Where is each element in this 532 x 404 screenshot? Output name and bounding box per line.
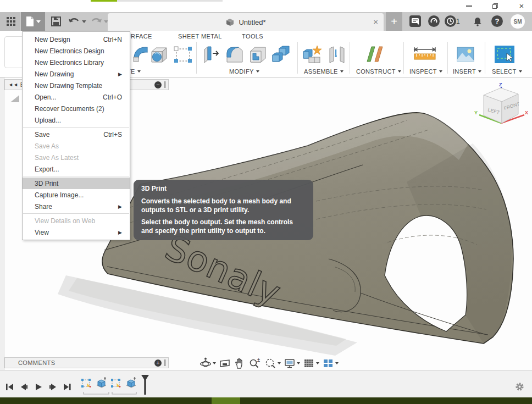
menu-item-new-drawing-template[interactable]: New Drawing Template	[23, 80, 130, 91]
undo-button[interactable]	[67, 12, 88, 31]
gauge-icon	[430, 18, 437, 25]
chevron-down-icon	[316, 362, 319, 364]
look-at-button[interactable]	[218, 357, 231, 370]
feedback-button[interactable]	[409, 15, 421, 27]
chevron-down-icon	[82, 20, 86, 23]
pan-button[interactable]	[233, 357, 246, 370]
menu-item-new-drawing[interactable]: New Drawing▶	[23, 68, 130, 80]
viewports-button[interactable]	[322, 357, 339, 370]
menu-item-save-as: Save As	[23, 140, 130, 152]
menu-item-new-design[interactable]: New DesignCtrl+N	[23, 34, 130, 45]
add-comment-icon[interactable]: +	[154, 359, 162, 367]
timeline-go-to-start-button[interactable]	[5, 383, 14, 391]
menu-item-new-electronics-library[interactable]: New Electronics Library	[23, 57, 130, 68]
menu-item-export[interactable]: Export...	[23, 163, 130, 175]
job-count-badge: 1	[456, 18, 460, 25]
timeline-marker[interactable]	[141, 375, 149, 396]
close-button[interactable]: ×	[512, 0, 531, 12]
job-status-button[interactable]	[445, 15, 456, 27]
measure-icon[interactable]	[412, 44, 437, 65]
chevron-down-icon	[36, 20, 41, 23]
grid-snap-button[interactable]	[302, 357, 320, 370]
group-modify[interactable]: MODIFY	[229, 68, 259, 75]
minimize-button[interactable]	[459, 0, 478, 12]
help-button[interactable]: ?	[491, 15, 503, 27]
menu-item-upload[interactable]: Upload...	[23, 114, 130, 126]
group-insert[interactable]: INSERT	[453, 68, 481, 75]
avatar-initials: SM	[514, 19, 522, 25]
tab-tools[interactable]: TOOLS	[242, 33, 263, 40]
application-bar: Untitled* × + 1 ? SM	[0, 12, 532, 31]
new-tab-button[interactable]: +	[386, 12, 402, 31]
zoom-icon: ±	[248, 357, 262, 369]
timeline-bar	[0, 370, 532, 397]
tab-sheet-metal[interactable]: SHEET METAL	[178, 33, 222, 40]
menu-item-3d-print[interactable]: 3D Print	[23, 178, 130, 189]
comments-panel-label: COMMENTS	[18, 359, 55, 366]
select-icon[interactable]	[494, 44, 516, 65]
menu-item-recover-documents[interactable]: Recover Documents (2)	[23, 103, 130, 114]
zoom-button[interactable]: ±	[248, 357, 262, 370]
grid-icon	[7, 17, 16, 26]
new-component-icon[interactable]	[301, 44, 323, 65]
zoom-window-button[interactable]	[264, 357, 281, 370]
browser-tree-triangle-icon[interactable]	[10, 95, 19, 102]
group-separator	[485, 42, 485, 74]
group-assemble[interactable]: ASSEMBLE	[304, 68, 343, 75]
menu-item-capture-image[interactable]: Capture Image...	[23, 189, 130, 201]
restore-icon	[492, 3, 498, 9]
group-select[interactable]: SELECT	[492, 68, 522, 75]
display-settings-button[interactable]	[283, 357, 301, 370]
combine-icon[interactable]	[270, 44, 292, 65]
menu-item-save[interactable]: SaveCtrl+S	[23, 129, 130, 140]
menu-item-new-electronics-design[interactable]: New Electronics Design	[23, 45, 130, 57]
minimize-icon	[466, 5, 472, 7]
document-title: Untitled*	[239, 18, 265, 26]
collapse-circle-icon[interactable]: −	[154, 81, 162, 88]
chevron-down-icon	[137, 70, 141, 73]
app-launcher-button[interactable]	[3, 12, 19, 31]
timeline-sketch-feature[interactable]	[111, 379, 120, 388]
revolve-icon[interactable]	[148, 44, 169, 65]
joint-icon[interactable]	[326, 44, 347, 65]
group-inspect[interactable]: INSPECT	[409, 68, 442, 75]
panel-grip[interactable]	[164, 81, 166, 88]
panel-grip[interactable]	[164, 359, 166, 366]
extensions-button[interactable]	[428, 15, 440, 27]
redo-button[interactable]	[89, 12, 110, 31]
view-cube[interactable]: LEFT FRONT Z Y X	[474, 81, 529, 134]
comments-panel-header[interactable]: COMMENTS +	[4, 357, 169, 368]
timeline-extrude-feature[interactable]	[97, 378, 106, 388]
fillet-icon[interactable]	[224, 44, 245, 65]
menu-item-open[interactable]: Open...Ctrl+O	[23, 91, 130, 103]
timeline-step-forward-button[interactable]	[48, 383, 57, 391]
timeline-play-button[interactable]	[34, 383, 43, 391]
timeline-sketch-feature[interactable]	[81, 379, 91, 388]
settings-gear-icon[interactable]	[514, 381, 525, 392]
group-construct[interactable]: CONSTRUCT	[356, 68, 401, 75]
menu-item-share[interactable]: Share▶	[23, 201, 130, 212]
menu-separator	[23, 127, 129, 128]
restore-button[interactable]	[486, 0, 505, 12]
tab-close-button[interactable]: ×	[373, 17, 378, 26]
document-tab[interactable]: Untitled* ×	[108, 13, 384, 31]
save-button[interactable]	[47, 12, 65, 31]
submenu-arrow-icon: ▶	[118, 230, 122, 235]
press-pull-icon[interactable]	[201, 44, 222, 65]
chevron-down-icon	[297, 362, 300, 364]
menu-separator	[23, 213, 129, 214]
collapse-icon[interactable]: ◄◄	[8, 82, 18, 87]
avatar[interactable]: SM	[511, 14, 525, 29]
timeline-step-back-button[interactable]	[20, 383, 29, 391]
insert-image-icon[interactable]	[455, 44, 476, 65]
create-sketch-icon[interactable]	[173, 44, 193, 65]
file-menu-button[interactable]	[21, 12, 45, 31]
shell-icon[interactable]	[247, 44, 268, 65]
notifications-button[interactable]	[470, 12, 485, 31]
construct-plane-icon[interactable]	[364, 44, 386, 65]
orbit-button[interactable]	[199, 357, 217, 370]
z-axis-label: Z	[499, 82, 502, 87]
menu-item-view[interactable]: View▶	[23, 226, 130, 238]
timeline-go-to-end-button[interactable]	[63, 383, 71, 391]
timeline-extrude-feature[interactable]	[126, 378, 136, 388]
